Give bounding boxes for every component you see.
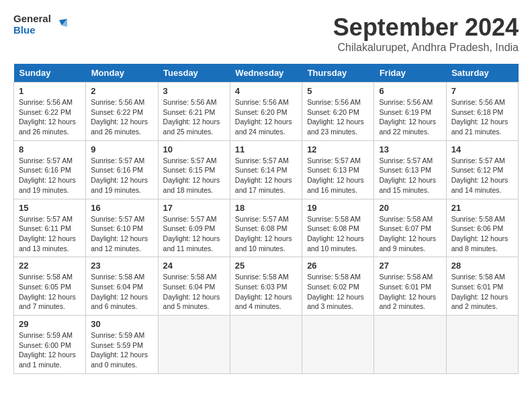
- logo: General Blue: [13, 13, 67, 36]
- table-row: 11 Sunrise: 5:57 AM Sunset: 6:14 PM Dayl…: [230, 140, 302, 199]
- day-number: 8: [19, 144, 81, 154]
- table-row: 3 Sunrise: 5:56 AM Sunset: 6:21 PM Dayli…: [158, 83, 230, 141]
- day-number: 18: [235, 203, 297, 213]
- table-row: 12 Sunrise: 5:57 AM Sunset: 6:13 PM Dayl…: [302, 140, 374, 199]
- table-row: 8 Sunrise: 5:57 AM Sunset: 6:16 PM Dayli…: [14, 140, 86, 199]
- day-info: Sunrise: 5:57 AM Sunset: 6:11 PM Dayligh…: [19, 214, 81, 254]
- day-info: Sunrise: 5:57 AM Sunset: 6:16 PM Dayligh…: [91, 156, 152, 195]
- day-number: 30: [91, 319, 152, 329]
- day-info: Sunrise: 5:57 AM Sunset: 6:12 PM Dayligh…: [451, 156, 513, 195]
- day-info: Sunrise: 5:59 AM Sunset: 6:00 PM Dayligh…: [19, 330, 81, 370]
- day-number: 2: [91, 86, 152, 96]
- page-header: General Blue September 2024 Chilakalurup…: [13, 13, 519, 54]
- empty-cell: [302, 316, 374, 374]
- day-number: 24: [163, 261, 225, 271]
- week-3: 15 Sunrise: 5:57 AM Sunset: 6:11 PM Dayl…: [14, 199, 519, 257]
- day-info: Sunrise: 5:56 AM Sunset: 6:18 PM Dayligh…: [451, 97, 513, 137]
- location-title: Chilakalurupet, Andhra Pradesh, India: [333, 42, 519, 54]
- empty-cell: [446, 316, 518, 374]
- header-row: Sunday Monday Tuesday Wednesday Thursday…: [14, 64, 519, 83]
- day-number: 23: [91, 261, 152, 271]
- table-row: 28 Sunrise: 5:58 AM Sunset: 6:01 PM Dayl…: [446, 257, 518, 316]
- day-number: 17: [163, 203, 225, 213]
- table-row: 1 Sunrise: 5:56 AM Sunset: 6:22 PM Dayli…: [14, 83, 86, 141]
- day-info: Sunrise: 5:57 AM Sunset: 6:08 PM Dayligh…: [235, 214, 297, 254]
- table-row: 30 Sunrise: 5:59 AM Sunset: 5:59 PM Dayl…: [86, 316, 158, 374]
- day-info: Sunrise: 5:57 AM Sunset: 6:10 PM Dayligh…: [91, 214, 152, 254]
- header-wednesday: Wednesday: [230, 64, 302, 83]
- day-info: Sunrise: 5:56 AM Sunset: 6:21 PM Dayligh…: [163, 97, 225, 137]
- day-info: Sunrise: 5:56 AM Sunset: 6:20 PM Dayligh…: [235, 97, 297, 137]
- table-row: 2 Sunrise: 5:56 AM Sunset: 6:22 PM Dayli…: [86, 83, 158, 141]
- day-info: Sunrise: 5:56 AM Sunset: 6:22 PM Dayligh…: [19, 97, 81, 137]
- month-title: September 2024: [333, 13, 519, 42]
- table-row: 17 Sunrise: 5:57 AM Sunset: 6:09 PM Dayl…: [158, 199, 230, 257]
- week-5: 29 Sunrise: 5:59 AM Sunset: 6:00 PM Dayl…: [14, 316, 519, 374]
- day-info: Sunrise: 5:58 AM Sunset: 6:04 PM Dayligh…: [163, 272, 225, 312]
- day-info: Sunrise: 5:58 AM Sunset: 6:08 PM Dayligh…: [307, 214, 369, 254]
- day-number: 4: [235, 86, 297, 96]
- day-number: 14: [451, 144, 513, 154]
- day-number: 21: [451, 203, 513, 213]
- day-number: 16: [91, 203, 152, 213]
- day-number: 6: [379, 86, 441, 96]
- table-row: 19 Sunrise: 5:58 AM Sunset: 6:08 PM Dayl…: [302, 199, 374, 257]
- table-row: 21 Sunrise: 5:58 AM Sunset: 6:06 PM Dayl…: [446, 199, 518, 257]
- header-tuesday: Tuesday: [158, 64, 230, 83]
- table-row: 24 Sunrise: 5:58 AM Sunset: 6:04 PM Dayl…: [158, 257, 230, 316]
- day-info: Sunrise: 5:58 AM Sunset: 6:03 PM Dayligh…: [235, 272, 297, 312]
- day-number: 7: [451, 86, 513, 96]
- day-number: 10: [163, 144, 225, 154]
- week-4: 22 Sunrise: 5:58 AM Sunset: 6:05 PM Dayl…: [14, 257, 519, 316]
- day-number: 20: [379, 203, 441, 213]
- header-friday: Friday: [374, 64, 446, 83]
- header-sunday: Sunday: [14, 64, 86, 83]
- table-row: 25 Sunrise: 5:58 AM Sunset: 6:03 PM Dayl…: [230, 257, 302, 316]
- calendar-table: Sunday Monday Tuesday Wednesday Thursday…: [13, 64, 519, 374]
- day-number: 25: [235, 261, 297, 271]
- table-row: 9 Sunrise: 5:57 AM Sunset: 6:16 PM Dayli…: [86, 140, 158, 199]
- day-info: Sunrise: 5:57 AM Sunset: 6:13 PM Dayligh…: [379, 156, 441, 195]
- day-info: Sunrise: 5:56 AM Sunset: 6:20 PM Dayligh…: [307, 97, 369, 137]
- empty-cell: [230, 316, 302, 374]
- table-row: 26 Sunrise: 5:58 AM Sunset: 6:02 PM Dayl…: [302, 257, 374, 316]
- day-number: 11: [235, 144, 297, 154]
- table-row: 14 Sunrise: 5:57 AM Sunset: 6:12 PM Dayl…: [446, 140, 518, 199]
- title-section: September 2024 Chilakalurupet, Andhra Pr…: [333, 13, 519, 54]
- table-row: 18 Sunrise: 5:57 AM Sunset: 6:08 PM Dayl…: [230, 199, 302, 257]
- table-row: 23 Sunrise: 5:58 AM Sunset: 6:04 PM Dayl…: [86, 257, 158, 316]
- day-info: Sunrise: 5:56 AM Sunset: 6:22 PM Dayligh…: [91, 97, 152, 137]
- table-row: 20 Sunrise: 5:58 AM Sunset: 6:07 PM Dayl…: [374, 199, 446, 257]
- day-info: Sunrise: 5:58 AM Sunset: 6:05 PM Dayligh…: [19, 272, 81, 312]
- table-row: 27 Sunrise: 5:58 AM Sunset: 6:01 PM Dayl…: [374, 257, 446, 316]
- header-monday: Monday: [86, 64, 158, 83]
- table-row: 7 Sunrise: 5:56 AM Sunset: 6:18 PM Dayli…: [446, 83, 518, 141]
- table-row: 5 Sunrise: 5:56 AM Sunset: 6:20 PM Dayli…: [302, 83, 374, 141]
- day-info: Sunrise: 5:57 AM Sunset: 6:14 PM Dayligh…: [235, 156, 297, 195]
- day-info: Sunrise: 5:58 AM Sunset: 6:07 PM Dayligh…: [379, 214, 441, 254]
- table-row: 22 Sunrise: 5:58 AM Sunset: 6:05 PM Dayl…: [14, 257, 86, 316]
- day-number: 22: [19, 261, 81, 271]
- empty-cell: [158, 316, 230, 374]
- day-info: Sunrise: 5:58 AM Sunset: 6:01 PM Dayligh…: [451, 272, 513, 312]
- table-row: 10 Sunrise: 5:57 AM Sunset: 6:15 PM Dayl…: [158, 140, 230, 199]
- day-info: Sunrise: 5:59 AM Sunset: 5:59 PM Dayligh…: [91, 330, 152, 370]
- day-number: 26: [307, 261, 369, 271]
- day-number: 28: [451, 261, 513, 271]
- header-saturday: Saturday: [446, 64, 518, 83]
- day-info: Sunrise: 5:58 AM Sunset: 6:04 PM Dayligh…: [91, 272, 152, 312]
- day-number: 27: [379, 261, 441, 271]
- day-number: 1: [19, 86, 81, 96]
- empty-cell: [374, 316, 446, 374]
- day-number: 12: [307, 144, 369, 154]
- day-number: 19: [307, 203, 369, 213]
- table-row: 13 Sunrise: 5:57 AM Sunset: 6:13 PM Dayl…: [374, 140, 446, 199]
- day-number: 13: [379, 144, 441, 154]
- day-info: Sunrise: 5:57 AM Sunset: 6:09 PM Dayligh…: [163, 214, 225, 254]
- day-number: 5: [307, 86, 369, 96]
- day-info: Sunrise: 5:57 AM Sunset: 6:16 PM Dayligh…: [19, 156, 81, 195]
- day-info: Sunrise: 5:58 AM Sunset: 6:02 PM Dayligh…: [307, 272, 369, 312]
- day-info: Sunrise: 5:57 AM Sunset: 6:15 PM Dayligh…: [163, 156, 225, 195]
- day-number: 3: [163, 86, 225, 96]
- day-info: Sunrise: 5:57 AM Sunset: 6:13 PM Dayligh…: [307, 156, 369, 195]
